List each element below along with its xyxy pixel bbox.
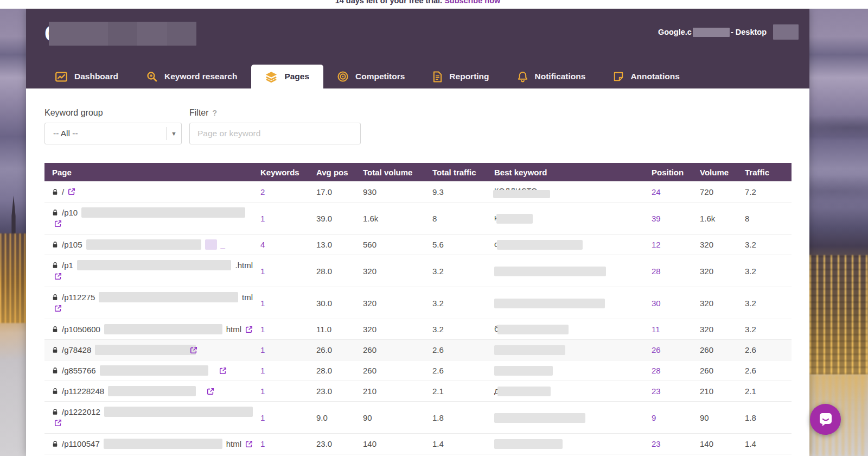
total-volume: 320 bbox=[363, 299, 376, 308]
external-link-icon[interactable] bbox=[54, 220, 62, 227]
cell-traffic: 2.6 bbox=[737, 360, 792, 381]
table-row: /217.09309.3коллисто247207.2 bbox=[44, 181, 792, 202]
position-link[interactable]: 39 bbox=[652, 214, 661, 223]
table-body: /217.09309.3коллисто247207.2/p10139.01.6… bbox=[44, 181, 792, 454]
keywords-count[interactable]: 1 bbox=[260, 413, 265, 422]
chat-widget-button[interactable] bbox=[810, 404, 841, 435]
help-icon[interactable]: ? bbox=[213, 109, 218, 117]
position-link[interactable]: 12 bbox=[652, 240, 661, 249]
redaction-blur bbox=[95, 345, 196, 355]
table-header-row: PageKeywordsAvg posTotal volumeTotal tra… bbox=[44, 163, 792, 181]
keywords-count[interactable]: 1 bbox=[260, 345, 265, 354]
keywords-count[interactable]: 1 bbox=[260, 214, 265, 223]
cell-avg-pos: 28.0 bbox=[309, 255, 355, 287]
avg-pos: 23.0 bbox=[316, 387, 332, 396]
cell-page: / bbox=[44, 181, 253, 202]
cell-position-link: 11 bbox=[644, 319, 692, 340]
chevron-down-icon[interactable]: ▼ bbox=[166, 127, 181, 140]
position-link[interactable]: 11 bbox=[652, 325, 660, 334]
cell-best-keyword bbox=[487, 340, 644, 360]
keywords-count[interactable]: 1 bbox=[260, 325, 265, 334]
keywords-count[interactable]: 1 bbox=[260, 267, 265, 276]
tab-keyword-research[interactable]: Keyword research bbox=[132, 65, 251, 88]
keywords-count[interactable]: 4 bbox=[260, 240, 265, 249]
cell-keywords-count: 1 bbox=[253, 255, 309, 287]
total-volume: 260 bbox=[363, 366, 376, 375]
filter-label: Filter? bbox=[189, 108, 361, 118]
tab-notifications[interactable]: Notifications bbox=[503, 65, 600, 88]
tab-reporting[interactable]: Reporting bbox=[419, 65, 503, 88]
lock-icon bbox=[52, 440, 58, 447]
position-link[interactable]: 30 bbox=[652, 299, 661, 308]
position-link[interactable]: 28 bbox=[652, 267, 661, 276]
total-volume: 140 bbox=[363, 439, 376, 448]
cell-total-volume: 90 bbox=[355, 402, 425, 434]
position-link[interactable]: 23 bbox=[652, 439, 661, 448]
page-path: /g78428 bbox=[62, 345, 91, 354]
tracked-site-selector[interactable]: Google.c- Desktop bbox=[658, 24, 799, 40]
table-row: /p105_413.05605.6с123203.2 bbox=[44, 235, 792, 255]
cell-avg-pos: 23.0 bbox=[309, 381, 355, 402]
page-path: /p105 bbox=[62, 240, 82, 249]
volume: 320 bbox=[700, 240, 713, 249]
total-traffic: 1.8 bbox=[432, 413, 444, 422]
cell-total-traffic: 3.2 bbox=[425, 319, 487, 340]
avg-pos: 39.0 bbox=[316, 214, 332, 223]
table-row: /p10139.01.6k8к391.6k8 bbox=[44, 202, 792, 235]
external-link-icon[interactable] bbox=[207, 388, 214, 395]
redaction-blur bbox=[494, 366, 553, 376]
cell-position-link: 23 bbox=[644, 434, 692, 454]
cell-traffic: 1.4 bbox=[737, 434, 792, 454]
external-link-icon[interactable] bbox=[190, 346, 197, 354]
keyword-group-select[interactable]: -- All -- ▼ bbox=[44, 123, 182, 144]
volume: 260 bbox=[700, 366, 713, 375]
traffic: 8 bbox=[745, 214, 749, 223]
avg-pos: 30.0 bbox=[316, 299, 332, 308]
cell-volume: 320 bbox=[692, 319, 737, 340]
site-device: - Desktop bbox=[731, 28, 767, 36]
search-input[interactable] bbox=[189, 123, 361, 144]
tab-dashboard[interactable]: Dashboard bbox=[41, 65, 132, 88]
keywords-count[interactable]: 1 bbox=[260, 439, 265, 448]
total-volume: 260 bbox=[363, 345, 376, 354]
volume: 140 bbox=[700, 439, 713, 448]
subscribe-now-link[interactable]: Subscribe now bbox=[444, 0, 500, 5]
tab-competitors[interactable]: Competitors bbox=[323, 65, 419, 88]
cell-volume: 260 bbox=[692, 340, 737, 360]
tab-label: Dashboard bbox=[74, 72, 118, 81]
tab-label: Competitors bbox=[355, 72, 405, 81]
external-link-icon[interactable] bbox=[245, 326, 253, 333]
external-link-icon[interactable] bbox=[219, 367, 227, 375]
table-row: /p1050600html111.03203.2б113203.2 bbox=[44, 319, 792, 340]
external-link-icon[interactable] bbox=[54, 419, 62, 427]
cell-traffic: 3.2 bbox=[737, 235, 792, 255]
position-link[interactable]: 24 bbox=[652, 187, 661, 197]
keywords-count[interactable]: 1 bbox=[260, 299, 265, 308]
app-logo[interactable]: C bbox=[44, 22, 196, 46]
position-link[interactable]: 9 bbox=[652, 413, 656, 422]
external-link-icon[interactable] bbox=[54, 273, 62, 280]
keywords-count[interactable]: 2 bbox=[260, 187, 265, 197]
lock-icon bbox=[52, 408, 58, 415]
tab-label: Reporting bbox=[449, 72, 489, 81]
tab-label: Annotations bbox=[630, 72, 679, 81]
external-link-icon[interactable] bbox=[68, 188, 75, 195]
tab-pages[interactable]: Pages bbox=[251, 65, 323, 88]
traffic: 2.6 bbox=[745, 345, 756, 354]
cell-position-link: 23 bbox=[644, 381, 692, 402]
external-link-icon[interactable] bbox=[54, 305, 62, 312]
position-link[interactable]: 23 bbox=[652, 387, 661, 396]
lock-icon bbox=[52, 388, 58, 395]
total-traffic: 5.6 bbox=[432, 240, 444, 249]
keywords-count[interactable]: 1 bbox=[260, 366, 265, 375]
external-link-icon[interactable] bbox=[245, 440, 253, 448]
position-link[interactable]: 26 bbox=[652, 345, 661, 354]
cell-position-link: 24 bbox=[644, 181, 692, 202]
tab-annotations[interactable]: Annotations bbox=[599, 65, 693, 88]
cell-total-traffic: 3.2 bbox=[425, 255, 487, 287]
cell-total-volume: 560 bbox=[355, 235, 425, 255]
keywords-count[interactable]: 1 bbox=[260, 387, 265, 396]
position-link[interactable]: 28 bbox=[652, 366, 661, 375]
volume: 1.6k bbox=[700, 214, 715, 223]
traffic: 3.2 bbox=[745, 267, 756, 276]
